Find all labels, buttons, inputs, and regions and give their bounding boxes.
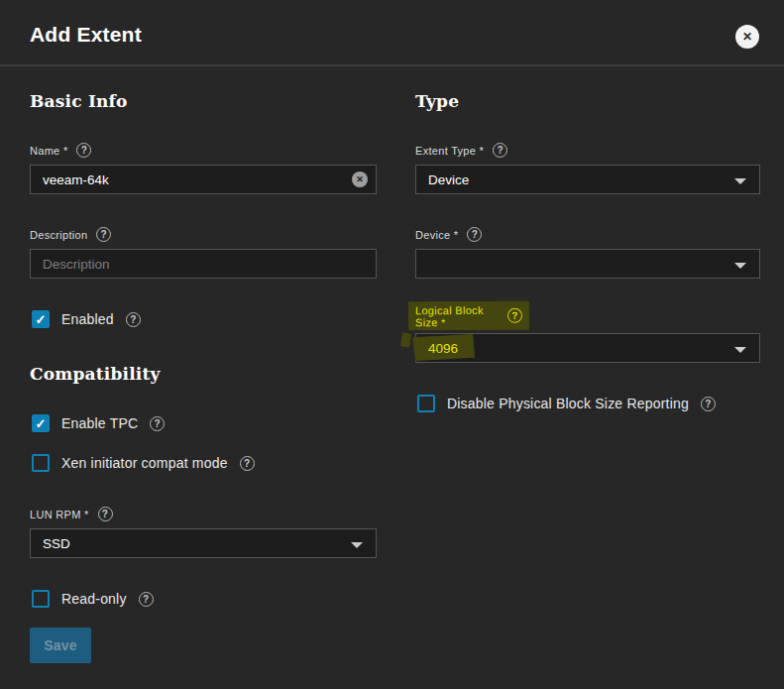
help-icon[interactable]: ?	[507, 308, 522, 323]
close-button[interactable]: ✕	[735, 25, 759, 49]
help-icon[interactable]: ?	[493, 143, 507, 158]
device-select[interactable]	[415, 249, 760, 279]
read-only-checkbox[interactable]: ✓	[32, 590, 50, 608]
help-icon[interactable]: ?	[701, 397, 716, 411]
check-icon: ✓	[35, 313, 46, 326]
basic-info-heading: Basic Info	[30, 91, 128, 111]
chevron-down-icon	[734, 347, 746, 353]
help-icon[interactable]: ?	[467, 227, 482, 242]
help-icon[interactable]: ?	[96, 227, 111, 242]
read-only-row: ✓ Read-only ?	[32, 590, 154, 608]
dialog-title: Add Extent	[30, 23, 142, 47]
type-heading: Type	[415, 91, 459, 111]
add-extent-dialog: Add Extent ✕ Basic Info Name * ? ✕ Descr…	[0, 0, 784, 689]
close-icon: ✕	[742, 31, 752, 43]
enabled-checkbox[interactable]: ✓	[32, 310, 50, 328]
compatibility-heading: Compatibility	[30, 364, 161, 384]
xen-compat-row: ✓ Xen initiator compat mode ?	[32, 454, 255, 472]
help-icon[interactable]: ?	[150, 416, 165, 431]
help-icon[interactable]: ?	[139, 592, 154, 607]
clear-input-button[interactable]: ✕	[352, 172, 368, 187]
device-label: Device * ?	[415, 227, 482, 242]
lun-rpm-label: LUN RPM * ?	[30, 507, 113, 521]
help-icon[interactable]: ?	[240, 456, 255, 471]
description-label: Description ?	[30, 227, 111, 242]
enable-tpc-checkbox[interactable]: ✓	[32, 414, 50, 432]
clear-icon: ✕	[356, 175, 364, 184]
read-only-label: Read-only	[61, 591, 127, 607]
highlight-annotation	[400, 332, 411, 347]
extent-type-label: Extent Type * ?	[415, 143, 507, 158]
logical-block-size-label highlight-annotation: Logical Block Size * ?	[408, 301, 529, 331]
chevron-down-icon	[734, 263, 746, 269]
check-icon: ✓	[35, 417, 46, 430]
chevron-down-icon	[734, 178, 746, 184]
extent-type-select[interactable]: Device	[415, 165, 760, 194]
enabled-row: ✓ Enabled ?	[32, 310, 141, 328]
disable-pbs-checkbox[interactable]: ✓	[417, 395, 435, 412]
xen-compat-checkbox[interactable]: ✓	[32, 454, 50, 472]
description-input[interactable]	[30, 249, 377, 279]
enable-tpc-label: Enable TPC	[61, 415, 138, 431]
lun-rpm-select[interactable]: SSD	[30, 528, 377, 558]
disable-pbs-label: Disable Physical Block Size Reporting	[447, 396, 689, 411]
name-label: Name * ?	[30, 143, 91, 158]
enable-tpc-row: ✓ Enable TPC ?	[32, 414, 165, 432]
xen-compat-label: Xen initiator compat mode	[61, 455, 228, 471]
help-icon[interactable]: ?	[126, 312, 141, 327]
help-icon[interactable]: ?	[76, 143, 91, 158]
name-input[interactable]	[30, 165, 377, 194]
save-button[interactable]: Save	[30, 628, 91, 663]
disable-pbs-row: ✓ Disable Physical Block Size Reporting …	[417, 395, 716, 412]
dialog-header: Add Extent ✕	[0, 0, 784, 66]
chevron-down-icon	[351, 542, 363, 548]
enabled-label: Enabled	[61, 311, 114, 327]
help-icon[interactable]: ?	[98, 507, 113, 521]
